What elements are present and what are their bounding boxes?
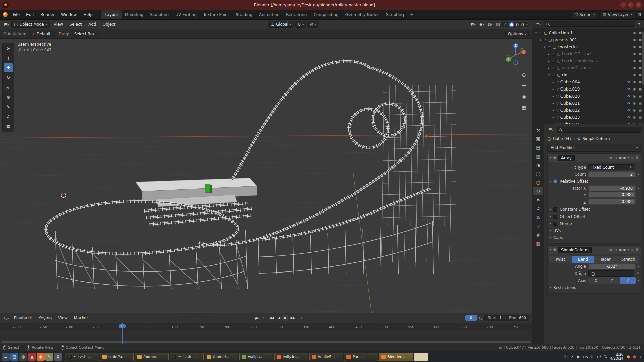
timeline-menu-view[interactable]: View <box>55 314 70 322</box>
view-layer-selector[interactable]: ▥ ViewLayer ✕ <box>601 11 635 18</box>
outliner-row-cube-023[interactable]: ▸▽Cube.023⚙◉▣ <box>532 114 644 121</box>
properties-tab-modifiers[interactable]: ⚙ <box>533 187 543 195</box>
blender-menu-icon[interactable] <box>3 12 8 17</box>
frame-start-field[interactable]: Start 1 <box>484 315 505 321</box>
outliner-row-collection-1[interactable]: ▾✓▢Collection 1◉▣ <box>532 29 644 36</box>
collection-checkbox[interactable]: ✓ <box>548 45 551 49</box>
disable-render-icon[interactable]: ▣ <box>639 38 642 42</box>
xray-toggle-icon[interactable]: ▥ <box>495 21 501 27</box>
tool-scale-button[interactable]: ◱ <box>4 83 13 92</box>
modifier-close-icon[interactable]: × <box>631 156 634 160</box>
transform-orientation-dropdown[interactable]: ⊥ Global ▾ <box>268 21 294 28</box>
gizmos-dropdown-icon[interactable]: ⊕▾ <box>478 21 485 27</box>
display-cage-icon[interactable]: ▤ <box>609 156 612 160</box>
modifier-wrench-icon[interactable]: ⚙ <box>627 108 630 112</box>
outliner-row-cube-020[interactable]: ▸▽Cube.020⚙◉▣ <box>532 93 644 100</box>
hide-eye-icon[interactable]: ◉ <box>633 66 636 70</box>
properties-editor-icon[interactable]: ≣▾ <box>547 127 555 133</box>
scene-unlink-icon[interactable]: ✕ <box>593 13 595 16</box>
render-display-icon[interactable]: ◨ <box>638 12 641 17</box>
firefox-launcher-icon[interactable]: ◉ <box>37 353 45 361</box>
disable-render-icon[interactable]: ▣ <box>639 73 642 77</box>
editor-type-icon[interactable]: ⬒▾ <box>3 21 10 27</box>
properties-tab-view-layer[interactable]: ▥ <box>533 152 543 161</box>
disclosure-icon[interactable]: ▸ <box>552 116 555 119</box>
disclosure-icon[interactable]: ▸ <box>547 66 551 70</box>
disclosure-icon[interactable]: ▸ <box>552 123 555 124</box>
close-button[interactable]: × <box>636 2 641 8</box>
workspace-tab-scripting[interactable]: Scripting <box>383 10 407 19</box>
outliner-row-coasterful[interactable]: ▾✓▢coasterful◉▣ <box>532 43 644 50</box>
overlays-dropdown-icon[interactable]: ◍▾ <box>486 21 494 27</box>
animate-dot-icon[interactable] <box>638 266 639 267</box>
properties-tab-constraints[interactable]: ⧉ <box>533 213 543 222</box>
animate-dot-icon[interactable] <box>638 174 639 175</box>
filter-icon[interactable]: ▿ <box>637 21 642 27</box>
collection-checkbox[interactable]: ✓ <box>543 38 547 42</box>
modifier-name-field[interactable]: SimpleDeform <box>558 247 592 253</box>
origin-object-field[interactable]: ▢ <box>588 270 634 277</box>
collection-checkbox[interactable]: ✓ <box>552 66 556 70</box>
properties-tab-data[interactable]: ▽ <box>533 222 543 230</box>
preview-range-icon[interactable]: ◷ <box>478 315 484 321</box>
tool-move-button[interactable]: ✚ <box>4 63 13 72</box>
axis-x[interactable]: X <box>588 277 604 284</box>
toggle-ortho-icon[interactable]: ▦ <box>522 104 526 110</box>
outliner-row-presets-001[interactable]: ▾✓▢presets.001◉▣ <box>532 36 644 43</box>
maximize-button[interactable]: ▢ <box>628 2 634 8</box>
simpledeform-panel-header[interactable]: ▾ ⚙ SimpleDeform ▤ ▢ ▣ ◉ ▾ × ⠿ <box>548 246 641 254</box>
outliner-row-cube-024[interactable]: ▸▽Cube.024⚙◉▣ <box>532 121 644 124</box>
disclosure-icon[interactable]: ▸ <box>552 95 555 98</box>
disable-render-icon[interactable]: ▣ <box>639 115 642 119</box>
section-uvs[interactable]: ▸UVs <box>548 227 641 234</box>
disclosure-icon[interactable]: ▸ <box>552 109 555 112</box>
disclosure-icon[interactable]: ▸ <box>547 52 551 56</box>
taskbar-window-twily-in[interactable]: twily.in... <box>274 353 308 361</box>
taskbar-window-pars[interactable]: Pars... <box>344 353 378 361</box>
properties-tab-world[interactable]: ◯ <box>533 170 543 178</box>
workspace-tab-layout[interactable]: Layout <box>101 10 122 19</box>
disable-render-icon[interactable]: ▣ <box>639 52 642 56</box>
view-layer-unlink-icon[interactable]: ✕ <box>630 13 633 16</box>
taskbar-window-home[interactable]: /home/... <box>135 353 169 361</box>
visibility-dropdown-icon[interactable]: ◩▾ <box>469 21 477 27</box>
modifier-name-field[interactable]: Array <box>558 155 575 161</box>
properties-tab-tool[interactable]: ⚒ <box>533 126 543 134</box>
menu-render[interactable]: Render <box>37 11 58 18</box>
outliner-row-cube-021[interactable]: ▸▽Cube.021⚙◉▣ <box>532 100 644 107</box>
collection-checkbox[interactable]: ✓ <box>539 31 543 35</box>
next-keyframe-button[interactable]: ▶▶ <box>289 315 297 320</box>
outliner-row-cube-019[interactable]: ▸▽Cube.019⚙◉▣ <box>532 85 644 93</box>
tool-add-cube-button[interactable]: ▦ <box>4 122 13 131</box>
file-manager-launcher-icon[interactable]: ▤ <box>10 353 18 361</box>
pan-hand-icon[interactable]: ✛ <box>522 83 526 89</box>
zoom-icon[interactable]: ⊕ <box>522 72 526 78</box>
deform-mode-taper[interactable]: Taper <box>594 256 617 263</box>
timeline-menu-keying[interactable]: Keying <box>35 314 55 322</box>
hide-eye-icon[interactable]: ◉ <box>633 87 636 91</box>
eyedropper-icon[interactable]: ✐ <box>636 271 639 276</box>
section-checkbox[interactable] <box>553 215 557 219</box>
deform-mode-bend[interactable]: Bend <box>572 256 594 263</box>
jump-start-button[interactable]: ⇤ <box>261 315 267 320</box>
modifier-close-icon[interactable]: × <box>631 248 634 252</box>
factor-field[interactable]: 0.000 <box>588 199 636 205</box>
timeline-menu-marker[interactable]: Marker <box>71 314 91 322</box>
outliner-row-cube-004[interactable]: ▸▽Cube.004⚙◉▣ <box>532 78 644 85</box>
angle-field[interactable]: -132° <box>588 263 636 269</box>
modifier-extras-icon[interactable]: ▾ <box>628 156 629 159</box>
factor-field[interactable]: 0.000 <box>588 192 636 198</box>
play-reverse-button[interactable]: ◀ <box>276 315 282 320</box>
options-dropdown[interactable]: Options ▾ <box>505 31 529 37</box>
restrictions-header[interactable]: ▸ Restrictions <box>548 284 641 291</box>
shading-solid-icon[interactable]: ● <box>509 22 514 27</box>
disclosure-icon[interactable]: ▸ <box>552 80 555 84</box>
menu-edit[interactable]: Edit <box>23 11 37 18</box>
modifier-wrench-icon[interactable]: ⚙ <box>627 87 630 91</box>
breadcrumb-object[interactable]: Cube.047 <box>553 136 572 141</box>
taskbar-window-blender[interactable]: Blender... <box>379 353 413 361</box>
screenshot-tray-icon[interactable]: ✂ <box>571 354 574 359</box>
display-editmode-icon[interactable]: ▢ <box>614 248 617 252</box>
keyboard-layout-indicator[interactable]: us <box>583 354 588 359</box>
hide-eye-icon[interactable]: ◉ <box>633 108 636 112</box>
